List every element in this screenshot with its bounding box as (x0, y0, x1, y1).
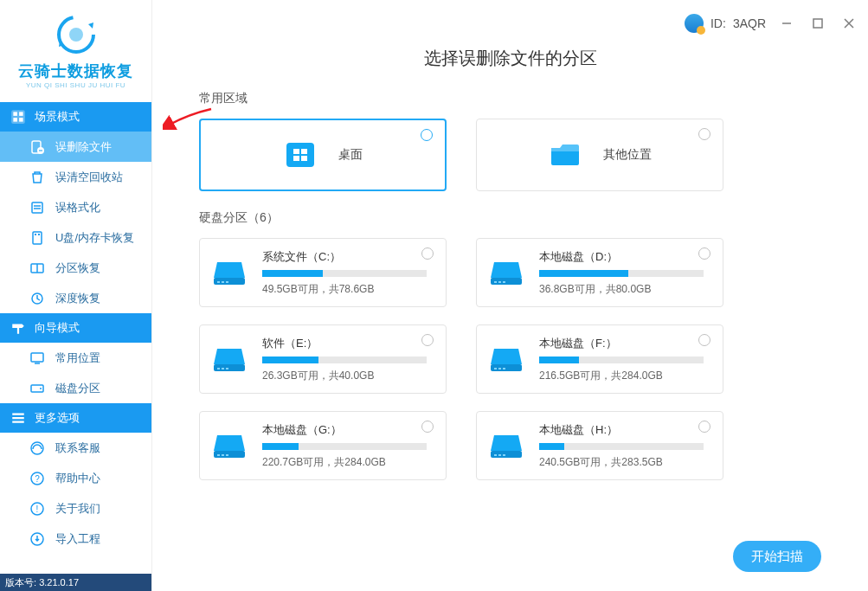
content: 常用区域 桌面 其他位置 硬盘分区（6） 系统文件 (152, 91, 868, 499)
version-bar: 版本号: 3.21.0.17 (0, 574, 151, 591)
version-value: 3.21.0.17 (39, 577, 79, 588)
svg-rect-37 (498, 281, 501, 283)
nav-item-about[interactable]: ! 关于我们 (0, 493, 151, 524)
radio-indicator (698, 421, 710, 433)
grid-icon (10, 109, 26, 125)
nav-item-deep-recovery[interactable]: 深度恢复 (0, 283, 151, 313)
location-label: 桌面 (338, 147, 363, 163)
drives-label: 硬盘分区（6） (199, 210, 833, 226)
drive-meta: 26.3GB可用，共40.0GB (262, 369, 434, 383)
nav-item-deleted-files[interactable]: 误删除文件 (0, 132, 151, 162)
disk-icon (29, 381, 45, 396)
nav-section-more-options[interactable]: 更多选项 (0, 403, 151, 433)
location-card-desktop[interactable]: 桌面 (199, 119, 447, 191)
nav-item-common-locations[interactable]: 常用位置 (0, 343, 151, 373)
radio-indicator (421, 334, 434, 346)
nav-item-usb-recovery[interactable]: U盘/内存卡恢复 (0, 222, 151, 253)
nav-item-label: U盘/内存卡恢复 (55, 230, 134, 246)
svg-rect-48 (217, 454, 220, 456)
svg-rect-15 (17, 328, 19, 334)
drive-meta: 240.5GB可用，共283.5GB (539, 455, 710, 470)
drive-info: 本地磁盘（G:） 220.7GB可用，共284.0GB (262, 422, 434, 470)
svg-rect-34 (226, 281, 228, 283)
svg-rect-9 (32, 202, 42, 213)
nav-item-label: 导入工程 (55, 531, 100, 547)
nav-item-disk-partitions[interactable]: 磁盘分区 (0, 373, 151, 403)
svg-rect-25 (813, 19, 822, 28)
close-button[interactable] (839, 13, 859, 34)
drive-name: 本地磁盘（G:） (262, 422, 434, 438)
format-icon (29, 200, 45, 215)
drive-info: 系统文件（C:） 49.5GB可用，共78.6GB (262, 249, 434, 297)
nav-item-import-project[interactable]: 导入工程 (0, 524, 151, 554)
svg-rect-12 (38, 234, 40, 235)
nav-section-label: 场景模式 (35, 109, 80, 125)
drive-card[interactable]: 本地磁盘（H:） 240.5GB可用，共283.5GB (476, 411, 723, 480)
radio-indicator (698, 128, 710, 140)
radio-indicator (421, 421, 434, 433)
svg-rect-26 (286, 143, 314, 167)
id-avatar-icon (685, 14, 704, 33)
titlebar: ID: 3AQR (152, 0, 868, 47)
nav-section-label: 更多选项 (35, 410, 80, 426)
nav-item-format[interactable]: 误格式化 (0, 192, 151, 222)
nav-item-partition-recovery[interactable]: 分区恢复 (0, 253, 151, 283)
drive-card[interactable]: 本地磁盘（G:） 220.7GB可用，共284.0GB (199, 411, 447, 480)
hard-drive-icon (489, 342, 524, 376)
nav-item-recycle-bin[interactable]: 误清空回收站 (0, 162, 151, 192)
logo-subtitle: YUN QI SHI SHU JU HUI FU (26, 81, 125, 89)
svg-point-18 (40, 388, 42, 389)
menu-icon (10, 410, 26, 426)
nav-section-label: 向导模式 (35, 320, 80, 336)
svg-rect-40 (217, 368, 220, 369)
main-panel: ID: 3AQR 选择误删除文件的分区 常用区域 桌面 其他位置 (152, 0, 868, 591)
svg-rect-32 (217, 281, 220, 283)
nav-section-wizard-mode[interactable]: 向导模式 (0, 313, 151, 343)
drive-name: 系统文件（C:） (262, 249, 434, 265)
minimize-button[interactable] (776, 13, 797, 34)
hard-drive-icon (489, 428, 524, 463)
drive-meta: 220.7GB可用，共284.0GB (262, 455, 434, 470)
svg-rect-54 (503, 454, 505, 456)
svg-rect-4 (19, 112, 23, 116)
drive-usage-fill (262, 270, 323, 277)
maximize-button[interactable] (807, 13, 828, 34)
svg-rect-16 (31, 353, 43, 362)
hard-drive-icon (212, 342, 247, 376)
nav-item-help-center[interactable]: ? 帮助中心 (0, 463, 151, 493)
drive-card[interactable]: 系统文件（C:） 49.5GB可用，共78.6GB (199, 238, 447, 307)
svg-text:?: ? (35, 474, 40, 484)
svg-point-1 (69, 28, 83, 42)
nav-section-scene-mode[interactable]: 场景模式 (0, 102, 151, 132)
folder-icon (548, 138, 582, 172)
drive-card[interactable]: 本地磁盘（F:） 216.5GB可用，共284.0GB (476, 324, 723, 394)
svg-rect-33 (222, 281, 224, 283)
hard-drive-icon (212, 255, 247, 290)
drive-name: 软件（E:） (262, 336, 434, 351)
user-id-chip[interactable]: ID: 3AQR (685, 14, 766, 33)
drive-usage-bar (539, 270, 704, 277)
hard-drive-icon (489, 255, 524, 290)
drive-card[interactable]: 本地磁盘（D:） 36.8GB可用，共80.0GB (476, 238, 723, 307)
drive-info: 本地磁盘（H:） 240.5GB可用，共283.5GB (539, 422, 710, 470)
drive-card[interactable]: 软件（E:） 26.3GB可用，共40.0GB (199, 324, 447, 394)
nav-item-contact-support[interactable]: 联系客服 (0, 433, 151, 463)
app-logo: 云骑士数据恢复 YUN QI SHI SHU JU HUI FU (0, 0, 151, 102)
location-card-other[interactable]: 其他位置 (476, 119, 723, 191)
partition-icon (29, 260, 45, 276)
drive-meta: 49.5GB可用，共78.6GB (262, 282, 434, 297)
svg-rect-38 (503, 281, 505, 283)
trash-icon (29, 170, 45, 185)
radio-indicator (698, 247, 710, 260)
svg-rect-45 (498, 368, 501, 369)
drive-info: 本地磁盘（F:） 216.5GB可用，共284.0GB (539, 336, 710, 383)
svg-rect-42 (226, 368, 228, 369)
drive-usage-fill (539, 357, 579, 363)
start-scan-button[interactable]: 开始扫描 (733, 541, 821, 572)
svg-rect-30 (301, 156, 307, 161)
deep-scan-icon (29, 291, 45, 306)
drive-info: 本地磁盘（D:） 36.8GB可用，共80.0GB (539, 249, 710, 297)
nav-item-label: 联系客服 (55, 440, 100, 456)
file-delete-icon (29, 139, 45, 155)
svg-rect-52 (494, 454, 497, 456)
